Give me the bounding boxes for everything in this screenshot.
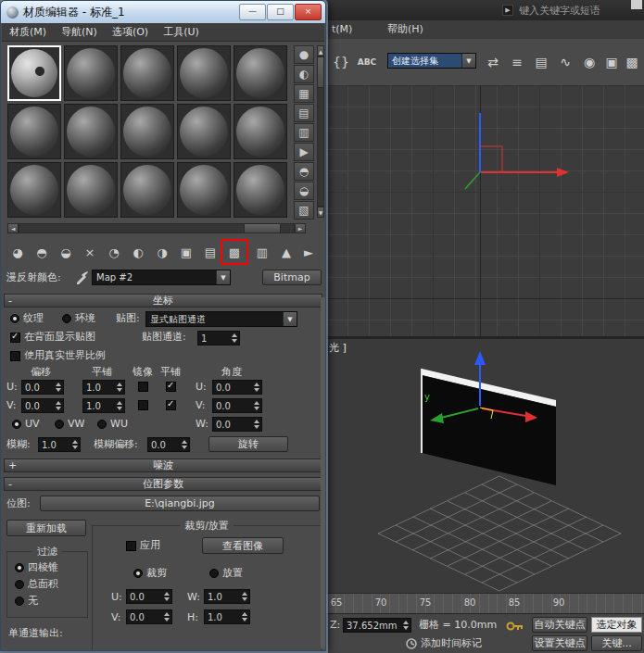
sample-tiling-icon[interactable]: ▤ <box>294 104 314 122</box>
assign-material-to-selection-icon[interactable]: ◒ <box>55 242 77 262</box>
spinner[interactable] <box>180 438 188 451</box>
make-material-copy-icon[interactable]: ◔ <box>103 242 125 262</box>
background-icon[interactable]: ▦ <box>294 84 314 103</box>
put-material-to-scene-icon[interactable]: ◓ <box>31 242 53 262</box>
u-offset-field[interactable]: 0.0 <box>21 380 64 395</box>
close-button[interactable]: × <box>295 4 322 20</box>
spinner[interactable] <box>162 590 170 603</box>
filter-sat-radio[interactable] <box>15 580 24 589</box>
rotate-button[interactable]: 旋转 <box>208 436 288 452</box>
material-editor-icon[interactable]: ◉ <box>578 47 600 77</box>
v-tiling-field[interactable]: 1.0 <box>82 398 125 413</box>
view-image-button[interactable]: 查看图像 <box>202 537 284 554</box>
material-sample-slot[interactable] <box>234 45 287 101</box>
sample-type-icon[interactable]: ● <box>294 45 314 64</box>
spinner[interactable] <box>54 399 62 412</box>
bitmap-path-button[interactable]: E:\qiangbi.jpg <box>40 496 320 511</box>
selection-lasso-icon[interactable]: {} <box>330 47 352 77</box>
viewport-front[interactable] <box>326 85 644 336</box>
eyedropper-icon[interactable] <box>75 270 90 284</box>
spinner[interactable] <box>252 418 260 431</box>
material-sample-slot[interactable] <box>120 162 174 218</box>
environ-radio[interactable] <box>62 314 71 323</box>
material-sample-slot[interactable] <box>7 162 61 218</box>
filter-none-radio[interactable] <box>15 596 24 606</box>
menu-help[interactable]: 帮助(H) <box>387 23 423 36</box>
map-channel-field[interactable]: 1 <box>197 331 240 345</box>
scroll-down-icon[interactable]: ▼ <box>317 207 324 218</box>
v-mirror-checkbox[interactable] <box>138 400 148 410</box>
make-preview-icon[interactable]: ▶ <box>294 143 314 161</box>
search-arrow-icon[interactable]: ▶ <box>502 5 513 16</box>
render-setup-icon[interactable]: ▣ <box>600 47 623 77</box>
material-sample-slot[interactable] <box>64 162 118 218</box>
chevron-down-icon[interactable]: ▼ <box>461 54 475 68</box>
render-frame-icon[interactable]: ▩ <box>621 47 643 77</box>
spinner[interactable] <box>115 399 123 412</box>
search-hint[interactable]: 键入关键字或短语 <box>519 4 600 18</box>
scroll-up-icon[interactable]: ▲ <box>317 45 324 57</box>
material-sample-slot[interactable] <box>177 162 231 218</box>
make-unique-icon[interactable]: ◐ <box>127 242 149 262</box>
chevron-down-icon[interactable]: ▼ <box>216 270 230 284</box>
main-titlebar[interactable]: ▶ 键入关键字或短语 <box>326 0 644 20</box>
auto-key-button[interactable]: 自动关键点 <box>532 617 587 633</box>
curve-editor-icon[interactable]: ∿ <box>554 47 576 77</box>
u-tiling-field[interactable]: 1.0 <box>82 380 125 395</box>
set-key-button[interactable]: 设置关键点 <box>532 635 587 651</box>
spinner[interactable] <box>54 381 62 394</box>
spinner[interactable] <box>230 332 238 345</box>
material-sample-slot[interactable] <box>120 104 174 159</box>
w-angle-field[interactable]: 0.0 <box>212 417 262 432</box>
reload-button[interactable]: 重新加载 <box>6 520 86 536</box>
track-bar[interactable]: 65 70 75 80 85 90 <box>326 593 644 614</box>
crop-u-field[interactable]: 0.0 <box>126 589 172 604</box>
material-sample-slot[interactable] <box>120 45 174 101</box>
put-to-library-icon[interactable]: ◑ <box>151 242 173 262</box>
h-scroll-thumb[interactable] <box>244 223 281 233</box>
spinner[interactable] <box>240 590 248 603</box>
spinner[interactable] <box>162 610 170 623</box>
menu-material[interactable]: 材质(M) <box>9 25 46 39</box>
backlight-icon[interactable]: ◐ <box>294 65 314 83</box>
mapping-combo[interactable]: 显式贴图通道 ▼ <box>145 311 297 327</box>
u-mirror-checkbox[interactable] <box>138 382 148 392</box>
params-scrollbar[interactable] <box>321 297 325 649</box>
menu-options[interactable]: 选项(O) <box>112 25 148 39</box>
crop-h-field[interactable]: 1.0 <box>204 609 250 624</box>
place-radio[interactable] <box>209 569 219 578</box>
move-gizmo[interactable] <box>326 85 644 336</box>
uv-radio[interactable] <box>12 420 21 429</box>
spinner[interactable] <box>252 399 260 412</box>
menu-navigation[interactable]: 导航(N) <box>61 25 97 39</box>
crop-w-field[interactable]: 1.0 <box>204 589 250 604</box>
material-sample-slot[interactable] <box>177 104 231 159</box>
add-time-tag[interactable]: 添加时间标记 <box>421 637 482 650</box>
mirror-icon[interactable]: ⇄ <box>482 47 504 77</box>
me-titlebar[interactable]: 材质编辑器 - 标准_1 — □ × <box>1 1 325 23</box>
apply-checkbox[interactable] <box>126 541 136 551</box>
map-type-button[interactable]: Bitmap <box>262 270 322 285</box>
material-id-channel-icon[interactable]: ▣ <box>175 242 197 262</box>
crop-radio[interactable] <box>133 569 143 578</box>
minimize-button[interactable]: — <box>239 4 266 20</box>
v-scroll-thumb[interactable] <box>317 57 324 88</box>
selection-set-combo[interactable]: 创建选择集 ▼ <box>387 53 476 69</box>
v-tile-checkbox[interactable] <box>166 400 176 410</box>
wall-object[interactable] <box>422 369 556 485</box>
material-sample-slot-active[interactable] <box>7 45 61 101</box>
spinner[interactable] <box>401 619 410 632</box>
menu-partial[interactable]: t(M) <box>332 23 352 36</box>
spinner[interactable] <box>70 438 79 451</box>
chevron-down-icon[interactable]: ▼ <box>283 312 297 326</box>
video-color-check-icon[interactable]: ▥ <box>294 123 314 142</box>
show-standard-map-icon[interactable]: ▤ <box>199 242 221 262</box>
material-sample-slot[interactable] <box>64 45 118 101</box>
blur-offset-field[interactable]: 0.0 <box>147 437 190 452</box>
material-sample-slot[interactable] <box>234 104 287 159</box>
material-map-navigator-icon[interactable]: ▧ <box>294 201 314 220</box>
go-forward-to-sibling-icon[interactable]: ► <box>297 242 320 262</box>
reset-map-icon[interactable]: × <box>79 242 101 262</box>
real-world-scale-checkbox[interactable] <box>10 351 20 361</box>
v-angle-field[interactable]: 0.0 <box>212 398 262 413</box>
